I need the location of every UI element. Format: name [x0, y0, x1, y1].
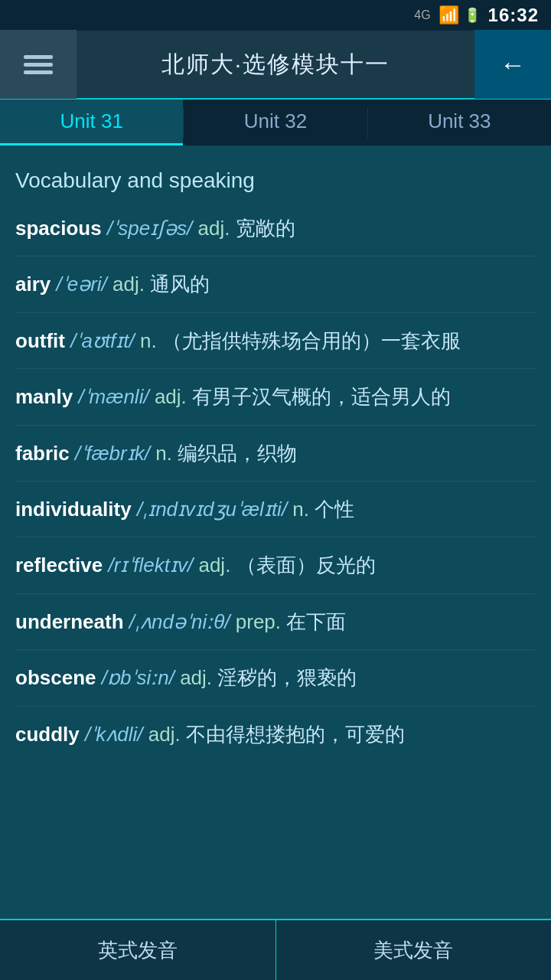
battery-icon: 🔋: [464, 7, 481, 24]
vocab-pos: adj.: [180, 666, 212, 689]
page-title: 北师大·选修模块十一: [77, 49, 474, 80]
clock: 16:32: [488, 5, 539, 26]
vocab-phonetic: /ˌɪndɪvɪdʒuˈælɪti/: [137, 498, 287, 521]
vocab-definition: （表面）反光的: [236, 554, 376, 577]
list-item: underneath /ˌʌndəˈniːθ/ prep. 在下面: [15, 594, 536, 650]
list-item: individuality /ˌɪndɪvɪdʒuˈælɪti/ n. 个性: [15, 482, 536, 537]
list-item: fabric /ˈfæbrɪk/ n. 编织品，织物: [15, 426, 536, 482]
back-button[interactable]: ←: [474, 30, 551, 99]
vocab-phonetic: /ˈfæbrɪk/: [75, 442, 150, 465]
list-item: reflective /rɪˈflektɪv/ adj. （表面）反光的: [15, 537, 536, 593]
vocab-word: obscene: [15, 666, 96, 689]
vocab-pos: adj.: [148, 723, 181, 746]
menu-button[interactable]: [0, 30, 77, 99]
vocab-pos: n.: [140, 329, 157, 352]
status-bar: 4G 📶 🔋 16:32: [0, 0, 551, 31]
vocab-definition: （尤指供特殊场合用的）一套衣服: [162, 329, 461, 352]
list-item: outfit /ˈaʊtfɪt/ n. （尤指供特殊场合用的）一套衣服: [15, 313, 536, 369]
vocab-word: fabric: [15, 442, 70, 465]
vocab-word: cuddly: [15, 723, 80, 746]
vocab-definition: 个性: [315, 498, 354, 521]
header: 北师大·选修模块十一 ←: [0, 31, 551, 100]
vocab-word: individuality: [15, 498, 132, 521]
vocab-definition: 在下面: [286, 610, 346, 633]
menu-line-2: [24, 63, 53, 67]
hamburger-icon: [24, 55, 53, 74]
bottom-bar: 英式发音 美式发音: [0, 919, 551, 980]
status-icons: 📶 🔋: [439, 5, 481, 25]
tab-unit32[interactable]: Unit 32: [184, 100, 367, 145]
menu-line-1: [24, 55, 53, 59]
signal-indicator: 4G: [414, 8, 430, 22]
section-title: Vocabulary and speaking: [15, 153, 536, 201]
british-pronunciation-label: 英式发音: [98, 937, 178, 964]
vocab-phonetic: /rɪˈflektɪv/: [108, 554, 193, 577]
vocab-phonetic: /ˈaʊtfɪt/: [70, 329, 135, 352]
vocab-phonetic: /ˈmænli/: [78, 385, 148, 408]
american-pronunciation-button[interactable]: 美式发音: [276, 920, 552, 980]
vocab-pos: prep.: [236, 610, 281, 633]
vocab-word: spacious: [15, 217, 102, 240]
list-item: airy /ˈeəri/ adj. 通风的: [15, 256, 536, 312]
british-pronunciation-button[interactable]: 英式发音: [0, 920, 276, 980]
vocab-phonetic: /ˈeəri/: [57, 273, 107, 296]
tab-unit33[interactable]: Unit 33: [368, 100, 551, 145]
vocab-pos: adj.: [198, 554, 230, 577]
vocab-definition: 不由得想搂抱的，可爱的: [186, 723, 405, 746]
vocab-phonetic: /ˈspeɪʃəs/: [107, 217, 192, 240]
back-arrow-icon: ←: [500, 50, 526, 80]
vocab-word: airy: [15, 273, 51, 296]
vocab-word: reflective: [15, 554, 103, 577]
vocab-pos: adj.: [198, 217, 230, 240]
vocab-definition: 宽敞的: [236, 217, 295, 240]
vocab-phonetic: /ˈkʌdli/: [85, 723, 142, 746]
tab-bar: Unit 31 Unit 32 Unit 33: [0, 100, 551, 145]
menu-line-3: [24, 70, 53, 74]
vocab-word: manly: [15, 385, 73, 408]
vocab-pos: n.: [292, 498, 309, 521]
list-item: manly /ˈmænli/ adj. 有男子汉气概的，适合男人的: [15, 369, 536, 425]
vocab-word: outfit: [15, 329, 65, 352]
vocab-definition: 通风的: [150, 273, 210, 296]
tab-unit31[interactable]: Unit 31: [0, 100, 183, 145]
content-area: Vocabulary and speaking spacious /ˈspeɪʃ…: [0, 145, 551, 919]
list-item: obscene /ɒbˈsiːn/ adj. 淫秽的，猥亵的: [15, 650, 536, 706]
vocab-pos: adj.: [155, 385, 187, 408]
signal-bars-icon: 📶: [439, 5, 459, 25]
vocab-pos: adj.: [112, 273, 145, 296]
vocab-definition: 淫秽的，猥亵的: [217, 666, 357, 689]
tab-unit32-label: Unit 32: [244, 109, 307, 133]
vocab-definition: 有男子汉气概的，适合男人的: [192, 385, 451, 408]
vocab-definition: 编织品，织物: [178, 442, 297, 465]
list-item: cuddly /ˈkʌdli/ adj. 不由得想搂抱的，可爱的: [15, 707, 536, 762]
tab-unit33-label: Unit 33: [428, 109, 491, 133]
tab-unit31-label: Unit 31: [60, 109, 122, 133]
vocab-phonetic: /ˌʌndəˈniːθ/: [129, 610, 230, 633]
vocab-word: underneath: [15, 610, 124, 633]
vocab-pos: n.: [155, 442, 172, 465]
vocab-phonetic: /ɒbˈsiːn/: [102, 666, 174, 689]
list-item: spacious /ˈspeɪʃəs/ adj. 宽敞的: [15, 201, 536, 256]
american-pronunciation-label: 美式发音: [373, 937, 453, 964]
